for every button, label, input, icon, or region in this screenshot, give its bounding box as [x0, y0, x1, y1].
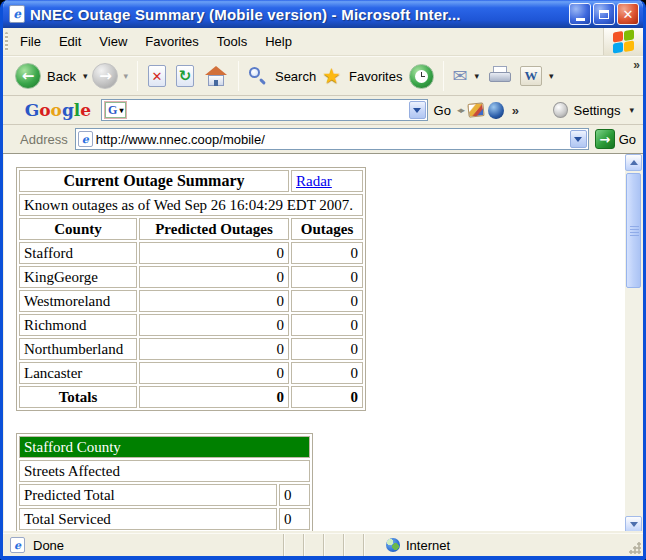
google-photos-icon[interactable] — [467, 102, 485, 118]
predicted-value: 0 — [139, 290, 289, 312]
back-dropdown-icon[interactable]: ▾ — [83, 71, 88, 81]
done-page-icon: e — [10, 537, 25, 553]
status-pane — [323, 534, 343, 556]
favorites-star-icon[interactable]: ★ — [322, 66, 341, 86]
totals-row: Totals 0 0 — [19, 386, 363, 408]
go-arrow-icon: → — [595, 129, 615, 149]
toolbar-overflow-chevron-icon[interactable]: » — [633, 58, 640, 72]
forward-dropdown-icon[interactable]: ▾ — [123, 71, 128, 81]
zone-label: Internet — [406, 538, 450, 553]
chevron-down-icon — [413, 108, 421, 113]
status-message-pane: e Done — [5, 537, 283, 553]
outages-value: 0 — [291, 290, 363, 312]
google-go-button[interactable]: Go — [434, 103, 451, 118]
google-logo[interactable]: Google — [25, 100, 91, 120]
predicted-value: 0 — [139, 266, 289, 288]
detail-row-value: 0 — [279, 508, 310, 530]
scroll-down-button[interactable] — [625, 516, 642, 533]
mail-dropdown-icon[interactable]: ▾ — [475, 71, 480, 81]
search-label[interactable]: Search — [275, 69, 316, 84]
title-bar: e NNEC Outage Summary (Mobile version) -… — [3, 0, 643, 28]
google-earth-icon[interactable] — [488, 102, 503, 119]
refresh-button[interactable]: ↻ — [176, 65, 194, 87]
chevron-up-icon — [630, 160, 638, 165]
status-pane — [303, 534, 323, 556]
table-row: KingGeorge 0 0 — [19, 266, 363, 288]
toolbar-splitter-icon[interactable]: ◂▸ — [457, 105, 464, 115]
resize-grip-icon[interactable] — [629, 542, 641, 554]
go-label: Go — [619, 132, 636, 147]
favorites-label[interactable]: Favorites — [349, 69, 402, 84]
status-pane — [283, 534, 303, 556]
table-header-row: County Predicted Outages Outages — [19, 218, 363, 240]
address-dropdown-button[interactable] — [570, 130, 587, 148]
table-row: Lancaster 0 0 — [19, 362, 363, 384]
page-favicon-icon: e — [78, 131, 93, 147]
go-button[interactable]: → Go — [592, 129, 639, 149]
vertical-scrollbar[interactable] — [625, 154, 642, 533]
stop-icon: ✕ — [152, 69, 163, 84]
county-name: Lancaster — [19, 362, 137, 384]
outage-summary-table: Current Outage Summary Radar Known outag… — [16, 167, 366, 411]
back-icon: ← — [22, 67, 35, 85]
google-g-menu-button[interactable]: G▾ — [105, 102, 126, 118]
menu-tools[interactable]: Tools — [208, 28, 256, 55]
menu-favorites[interactable]: Favorites — [136, 28, 207, 55]
edit-with-word-button[interactable]: W — [520, 66, 542, 86]
minimize-button[interactable] — [569, 3, 591, 25]
menu-bar: File Edit View Favorites Tools Help — [3, 28, 643, 56]
table-row: Predicted Total 0 — [19, 484, 310, 506]
google-search-dropdown-button[interactable] — [409, 101, 426, 119]
back-button[interactable]: ← — [15, 63, 41, 89]
menu-grip[interactable] — [5, 32, 8, 51]
as-of-timestamp: Known outages as of Wed Sep 26 16:04:29 … — [19, 194, 363, 216]
detail-row-label: Total Serviced — [19, 508, 277, 530]
table-row: Stafford County — [19, 436, 310, 458]
menu-help[interactable]: Help — [256, 28, 301, 55]
detail-row-label: Predicted Total — [19, 484, 277, 506]
close-button[interactable]: ✕ — [617, 3, 639, 25]
table-row: Stafford 0 0 — [19, 242, 363, 264]
history-button[interactable] — [409, 64, 434, 89]
google-settings-button[interactable]: Settings — [574, 103, 621, 118]
maximize-button[interactable] — [593, 3, 615, 25]
mail-icon[interactable]: ✉ — [452, 65, 467, 87]
history-clock-icon — [415, 70, 428, 83]
address-bar: Address e http://www.nnec.coop/mobile/ →… — [3, 125, 643, 153]
menu-file[interactable]: File — [11, 28, 50, 55]
stop-button[interactable]: ✕ — [148, 65, 166, 87]
pagerank-orb-icon[interactable] — [553, 102, 568, 118]
table-row: Richmond 0 0 — [19, 314, 363, 336]
table-row: Westmoreland 0 0 — [19, 290, 363, 312]
column-header-county: County — [19, 218, 137, 240]
maximize-icon — [599, 10, 609, 19]
streets-affected-label: Streets Affected — [19, 460, 310, 482]
radar-link[interactable]: Radar — [296, 173, 332, 189]
standard-toolbar: ← Back ▾ → ▾ ✕ ↻ Search ★ Favorites ✉ ▾ … — [3, 56, 643, 96]
scroll-up-button[interactable] — [625, 154, 642, 171]
menu-edit[interactable]: Edit — [50, 28, 90, 55]
settings-dropdown-icon[interactable]: ▾ — [629, 105, 634, 115]
menu-view[interactable]: View — [90, 28, 136, 55]
home-button[interactable] — [204, 65, 228, 87]
forward-button[interactable]: → — [92, 63, 118, 89]
windows-logo-icon — [613, 30, 634, 54]
back-label[interactable]: Back — [47, 69, 76, 84]
outages-value: 0 — [291, 242, 363, 264]
google-search-input[interactable]: G▾ — [101, 99, 427, 121]
address-url[interactable]: http://www.nnec.coop/mobile/ — [96, 132, 570, 147]
chevron-down-icon — [574, 137, 582, 142]
edit-dropdown-icon[interactable]: ▾ — [549, 71, 554, 81]
security-zone-pane: Internet — [363, 534, 641, 556]
address-label: Address — [20, 132, 68, 147]
web-page: Current Outage Summary Radar Known outag… — [4, 154, 625, 533]
county-name: Northumberland — [19, 338, 137, 360]
search-button[interactable] — [247, 66, 267, 86]
address-input[interactable]: e http://www.nnec.coop/mobile/ — [75, 128, 589, 150]
print-button[interactable] — [488, 66, 512, 86]
home-icon — [205, 66, 227, 75]
scrollbar-thumb[interactable] — [626, 173, 641, 288]
google-overflow-chevron-icon[interactable]: » — [512, 103, 519, 118]
browser-window: e NNEC Outage Summary (Mobile version) -… — [0, 0, 646, 560]
internet-globe-icon — [386, 538, 400, 552]
